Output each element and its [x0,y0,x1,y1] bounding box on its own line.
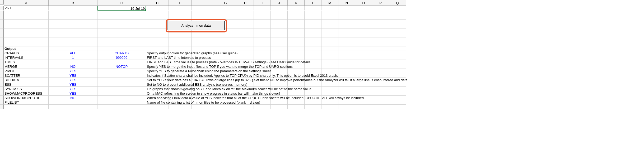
cell[interactable] [97,15,146,20]
cell[interactable] [97,42,146,46]
cell[interactable] [305,51,321,55]
cell[interactable] [271,42,288,46]
cell[interactable] [389,87,406,91]
cell[interactable] [192,11,214,15]
cell[interactable] [338,60,355,64]
cell[interactable] [146,37,169,42]
row-header[interactable] [0,37,4,42]
cell[interactable] [372,15,389,20]
cell[interactable] [192,42,214,46]
cell[interactable] [355,11,372,15]
cell[interactable] [338,20,355,24]
cell[interactable] [389,55,406,60]
cell[interactable] [338,105,355,109]
cell[interactable] [372,91,389,96]
cell[interactable] [321,100,338,105]
cell[interactable] [355,82,372,87]
cell[interactable] [372,20,389,24]
setting-description[interactable]: Indicates if Scatter charts shall be inc… [146,73,169,78]
setting-description[interactable]: FIRST and LAST time intervals to process [146,55,169,60]
cell[interactable] [355,20,372,24]
cell[interactable] [254,33,271,37]
cell[interactable] [321,51,338,55]
cell[interactable] [49,46,97,51]
cell[interactable] [389,96,406,100]
cell[interactable] [321,33,338,37]
cell[interactable] [389,51,406,55]
column-header-L[interactable]: L [305,0,321,6]
setting-value-c[interactable] [97,91,146,96]
setting-value-b[interactable]: YES [49,73,97,78]
column-header-Q[interactable]: Q [389,0,406,6]
cell[interactable] [4,24,49,28]
row-header[interactable] [0,60,4,64]
cell[interactable] [192,37,214,42]
cell[interactable] [169,6,192,10]
cell[interactable] [146,20,169,24]
cell[interactable] [271,105,288,109]
cell[interactable] [338,6,355,10]
cell[interactable] [271,6,288,10]
column-header-H[interactable]: H [237,0,254,6]
cell[interactable] [146,6,169,10]
setting-description[interactable]: Set to YES if your data has > 1048576 ro… [146,78,169,82]
setting-name[interactable]: BIGDATA [4,78,49,82]
cell[interactable] [4,105,49,109]
row-header[interactable] [0,33,4,37]
setting-value-b[interactable] [49,100,97,105]
cell[interactable] [169,33,192,37]
cell[interactable] [214,33,237,37]
cell[interactable] [271,69,288,73]
cell[interactable] [271,82,288,87]
cell[interactable] [254,28,271,33]
setting-description[interactable]: On graphs that show Avg/Wavg on Y1 and M… [146,87,169,91]
cell[interactable] [338,73,355,78]
cell[interactable] [372,24,389,28]
cell[interactable] [192,33,214,37]
setting-description[interactable]: Specify output option for generated grap… [146,51,169,55]
column-header-D[interactable]: D [146,0,169,6]
cell[interactable] [321,82,338,87]
cell[interactable] [254,11,271,15]
cell[interactable] [355,64,372,69]
setting-value-c[interactable] [97,69,146,73]
cell[interactable] [355,33,372,37]
cell[interactable] [338,33,355,37]
cell[interactable] [49,33,97,37]
column-header-M[interactable]: M [321,0,338,6]
setting-name[interactable]: TIMES [4,60,49,64]
setting-value-c[interactable] [97,78,146,82]
cell[interactable] [372,11,389,15]
setting-value-c[interactable]: CHARTS [97,51,146,55]
cell[interactable] [389,28,406,33]
cell[interactable] [389,91,406,96]
cell[interactable] [389,37,406,42]
cell[interactable] [305,46,321,51]
setting-name[interactable]: SHOWLINUXCPUUTIL [4,96,49,100]
row-header[interactable] [0,42,4,46]
setting-description[interactable]: On a MAC refreshing the screen to show p… [146,91,169,96]
cell-version[interactable]: V6.1 [4,6,49,10]
cell[interactable] [237,15,254,20]
cell[interactable] [254,42,271,46]
cell[interactable] [389,100,406,105]
cell[interactable] [372,69,389,73]
cell[interactable] [372,60,389,64]
row-header[interactable] [0,64,4,69]
setting-value-c[interactable] [97,96,146,100]
setting-name[interactable]: SYNCAXIS [4,87,49,91]
cell[interactable] [97,105,146,109]
setting-value-b[interactable]: NO [49,64,97,69]
cell[interactable] [338,100,355,105]
cell[interactable] [237,24,254,28]
cell[interactable] [254,82,271,87]
setting-value-b[interactable] [49,60,97,64]
row-header[interactable] [0,28,4,33]
cell[interactable] [4,28,49,33]
cell[interactable] [288,28,305,33]
cell[interactable] [288,37,305,42]
cell[interactable] [288,69,305,73]
cell[interactable] [271,24,288,28]
setting-description[interactable]: FIRST and LAST time values to process (n… [146,60,169,64]
cell[interactable] [338,46,355,51]
